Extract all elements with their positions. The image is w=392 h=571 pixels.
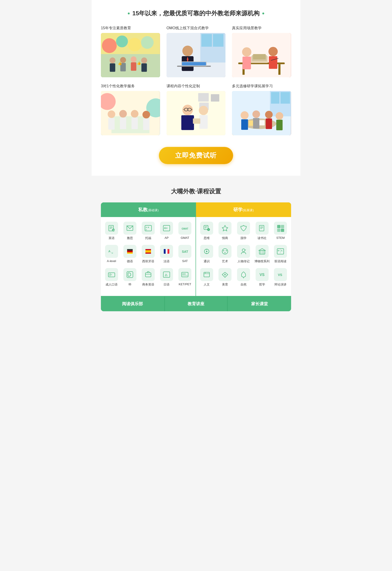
course-item-ielts[interactable]: → 雅思 (122, 222, 138, 240)
svg-rect-13 (141, 63, 147, 72)
svg-rect-106 (145, 250, 151, 252)
japanese-name: 日语 (164, 282, 169, 287)
svg-rect-137 (277, 225, 280, 228)
course-item-bookclub[interactable]: 读书社 (254, 222, 270, 240)
svg-text:lv: lv (112, 252, 113, 254)
course-item-spanish[interactable]: 西班牙语 (140, 245, 156, 264)
bottom-tabs: 阅读俱乐部 教育讲座 家长课堂 (101, 296, 291, 311)
svg-rect-52 (211, 94, 219, 102)
svg-text:あ: あ (165, 273, 168, 277)
svg-rect-100 (127, 249, 133, 251)
svg-rect-67 (271, 92, 280, 104)
bilingual-name: 双语阅读 (274, 259, 286, 264)
course-item-alevel[interactable]: Alv A-level (103, 245, 120, 264)
course-item-biography[interactable]: 人物传记 (235, 245, 252, 264)
svg-point-62 (199, 106, 208, 115)
course-item-english[interactable]: EN 英语 (103, 222, 120, 240)
bilingual-icon: 中A (274, 245, 287, 258)
course-item-eq[interactable]: 情商 (217, 222, 234, 240)
svg-rect-47 (131, 118, 138, 129)
private-row-2: Alv A-level (103, 245, 193, 264)
course-item-ap[interactable]: A+ AP (158, 222, 175, 240)
course-item-adult[interactable]: 成人口语 (103, 268, 120, 287)
svg-rect-64 (193, 118, 200, 124)
svg-point-44 (119, 110, 127, 118)
feature-item-3: 真实应用场景教学 (232, 26, 291, 77)
sat-icon: SAT (178, 245, 191, 258)
course-item-debate[interactable]: VS 辩论演讲 (272, 268, 289, 287)
bottom-tab-lecture[interactable]: 教育讲座 (165, 296, 227, 311)
ielts-name: 雅思 (127, 236, 133, 240)
bottom-tab-reading[interactable]: 阅读俱乐部 (101, 296, 164, 311)
svg-marker-88 (127, 226, 133, 229)
svg-text:A: A (146, 226, 147, 228)
feature-image-1: 👍 👍 (101, 33, 160, 77)
alevel-icon: Alv (105, 245, 118, 258)
stem-name: STEM (276, 236, 285, 240)
course-item-nature[interactable]: 自然 (235, 268, 252, 287)
course-item-french[interactable]: 法语 (158, 245, 175, 264)
course-item-philosophy[interactable]: VS 哲学 (254, 268, 270, 287)
course-item-business[interactable]: 商务英语 (140, 268, 156, 287)
svg-point-48 (142, 111, 150, 118)
feature-item-5: 课程内容个性化定制 (167, 84, 226, 135)
course-left: EN 英语 → 雅思 ABC 托福 (101, 217, 196, 296)
course-item-ib[interactable]: IB (122, 268, 138, 287)
humanities-name: 人文 (204, 282, 210, 287)
svg-rect-51 (198, 93, 209, 102)
feature-image-6 (232, 91, 291, 135)
course-item-sat[interactable]: SAT SAT (177, 245, 193, 264)
english-icon: EN (105, 222, 118, 235)
course-item-art[interactable]: 艺术 (217, 245, 234, 264)
svg-point-5 (141, 36, 154, 49)
biography-name: 人物传记 (238, 259, 250, 264)
tab-private[interactable]: 私教(基础课) (101, 202, 196, 217)
course-item-gmat[interactable]: GMAT GMAT (177, 222, 193, 240)
svg-rect-108 (145, 252, 151, 254)
svg-point-147 (226, 250, 227, 251)
gmat-name: GMAT (181, 236, 189, 240)
course-content: EN 英语 → 雅思 ABC 托福 (101, 217, 291, 296)
title-text: 15年以来，您最优质可靠的中外教老师来源机构 (132, 9, 260, 17)
course-item-german[interactable]: 德语 (122, 245, 138, 264)
svg-text:A: A (108, 249, 111, 253)
svg-point-163 (224, 274, 226, 276)
private-row-1: EN 英语 → 雅思 ABC 托福 (103, 222, 193, 240)
course-title-text: 大嘴外教·课程设置 (171, 187, 221, 195)
course-item-ketpet[interactable]: ABC KET/PET (177, 268, 193, 287)
course-item-tongshi[interactable]: 通识 (198, 245, 215, 264)
eq-name: 情商 (222, 236, 228, 240)
svg-text:👍: 👍 (118, 61, 122, 65)
svg-rect-120 (145, 273, 151, 277)
course-item-toefl[interactable]: ABC 托福 (140, 222, 156, 240)
svg-rect-139 (277, 229, 280, 232)
svg-point-6 (110, 57, 115, 63)
spanish-icon (142, 245, 155, 258)
bookclub-name: 读书社 (257, 236, 266, 240)
cta-button[interactable]: 立即免费试听 (159, 147, 233, 164)
toefl-name: 托福 (145, 236, 151, 240)
course-item-museum[interactable]: 博物馆系列 (254, 245, 270, 264)
svg-point-46 (131, 110, 139, 118)
debate-name: 辩论演讲 (274, 282, 286, 287)
feature-label-6: 多元选修研学课拓展学习 (232, 84, 291, 89)
bottom-tab-parents[interactable]: 家长课堂 (228, 296, 291, 311)
tab-research[interactable]: 研学(拓展课) (196, 202, 291, 217)
ap-name: AP (165, 236, 169, 240)
course-item-stem[interactable]: STEM (272, 222, 289, 240)
title-dot-right (262, 13, 264, 15)
course-item-japanese[interactable]: あ 日语 (158, 268, 175, 287)
course-item-humanities[interactable]: 人文 (198, 268, 215, 287)
debate-icon: VS (274, 268, 287, 281)
course-tabs: 私教(基础课) 研学(拓展课) (101, 202, 291, 217)
course-item-bilingual[interactable]: 中A 双语阅读 (272, 245, 289, 264)
section-top: 15年以来，您最优质可靠的中外教老师来源机构 15年专注素质教育 (92, 0, 300, 176)
svg-rect-36 (269, 56, 277, 69)
course-item-thinking[interactable]: ✓ 思维 (198, 222, 215, 240)
sat-name: SAT (182, 259, 188, 263)
course-item-aesthetic[interactable]: 美育 (217, 268, 234, 287)
svg-point-77 (265, 111, 273, 118)
features-grid: 15年专注素质教育 (101, 26, 291, 135)
ielts-icon: → (123, 222, 136, 235)
course-item-guoxue[interactable]: 国学 (235, 222, 252, 240)
